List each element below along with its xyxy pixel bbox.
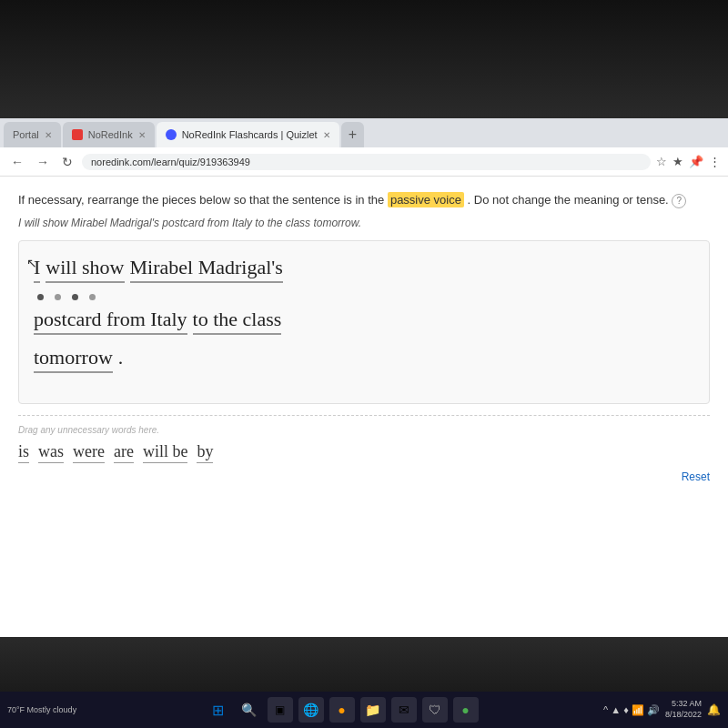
- star-icon[interactable]: ★: [672, 155, 683, 168]
- word-postcard-from-italy[interactable]: postcard from Italy: [34, 308, 187, 335]
- instruction-prefix: If necessary, rearrange the pieces below…: [18, 193, 384, 207]
- word-I[interactable]: I: [34, 256, 40, 283]
- dot-4: [89, 294, 96, 300]
- taskbar-app-defender[interactable]: 🛡: [422, 697, 448, 723]
- page-content: If necessary, rearrange the pieces below…: [0, 177, 728, 637]
- quizlet-icon: [166, 129, 177, 140]
- dots-row: [34, 294, 694, 300]
- taskbar-right: ^ ▲ ♦ 📶 🔊 5:32 AM 8/18/2022 🔔: [603, 699, 721, 720]
- windows-start-button[interactable]: ⊞: [206, 697, 231, 723]
- refresh-button[interactable]: ↻: [58, 153, 76, 171]
- date-display: 8/18/2022: [665, 710, 702, 721]
- taskbar-left: 70°F Mostly cloudy: [7, 705, 80, 715]
- time-display: 5:32 AM: [665, 699, 702, 710]
- tab-new[interactable]: +: [341, 122, 364, 147]
- instruction-text: If necessary, rearrange the pieces below…: [18, 191, 710, 209]
- taskbar-app-files[interactable]: 📁: [360, 697, 386, 723]
- browser-actions: ☆ ★ 📌 ⋮: [656, 155, 721, 168]
- system-tray-icons: ^ ▲ ♦ 📶 🔊: [603, 704, 660, 716]
- tab-portal-close[interactable]: ✕: [45, 130, 52, 140]
- drag-word-are[interactable]: are: [114, 442, 134, 463]
- tab-noredink[interactable]: NoRedInk ✕: [63, 122, 155, 147]
- tab-quizlet-label: NoRedInk Flashcards | Quizlet: [182, 129, 318, 140]
- word-will-show[interactable]: will show: [46, 256, 124, 283]
- answer-line-1: I will show Mirabel Madrigal's: [34, 256, 694, 283]
- word-to-the-class[interactable]: to the class: [193, 308, 282, 335]
- tab-portal[interactable]: Portal ✕: [4, 122, 61, 147]
- drag-words-container: is was were are will be by: [18, 442, 710, 463]
- url-input[interactable]: [82, 154, 651, 170]
- tab-portal-label: Portal: [13, 129, 39, 140]
- taskbar-app-1[interactable]: ▣: [268, 697, 293, 723]
- sentence-preview: I will show Mirabel Madrigal's postcard …: [18, 217, 710, 229]
- taskbar-app-mail[interactable]: ✉: [391, 697, 417, 723]
- word-period: .: [118, 346, 124, 371]
- dot-1: [37, 294, 44, 300]
- dot-2: [55, 294, 61, 300]
- drag-word-is[interactable]: is: [18, 442, 29, 463]
- forward-button[interactable]: →: [33, 153, 53, 171]
- browser-window: Portal ✕ NoRedInk ✕ NoRedInk Flashcards …: [0, 118, 728, 637]
- tab-noredink-label: NoRedInk: [88, 129, 133, 140]
- drag-word-will-be[interactable]: will be: [143, 442, 188, 463]
- tab-bar: Portal ✕ NoRedInk ✕ NoRedInk Flashcards …: [0, 118, 728, 147]
- taskbar-app-edge[interactable]: 🌐: [298, 697, 324, 723]
- drag-label: Drag any unnecessary words here.: [18, 425, 710, 435]
- taskbar-app-3[interactable]: ●: [329, 697, 355, 723]
- menu-icon[interactable]: ⋮: [709, 155, 721, 168]
- word-mirabel-madrigals[interactable]: Mirabel Madrigal's: [130, 256, 283, 283]
- weather-widget: 70°F Mostly cloudy: [7, 705, 76, 715]
- reset-button[interactable]: Reset: [682, 470, 710, 483]
- tab-quizlet[interactable]: NoRedInk Flashcards | Quizlet ✕: [157, 122, 339, 147]
- drag-word-was[interactable]: was: [38, 442, 64, 463]
- passive-voice-highlight: passive voice: [388, 192, 464, 207]
- dot-3: [72, 294, 78, 300]
- notification-icon[interactable]: 🔔: [707, 703, 721, 716]
- word-tomorrow[interactable]: tomorrow: [34, 346, 113, 373]
- tab-quizlet-close[interactable]: ✕: [323, 130, 330, 140]
- address-bar: ← → ↻ ☆ ★ 📌 ⋮: [0, 147, 728, 177]
- tab-noredink-close[interactable]: ✕: [138, 130, 146, 140]
- temperature: 70°F Mostly cloudy: [7, 705, 76, 715]
- back-button[interactable]: ←: [7, 153, 27, 171]
- taskbar-search-button[interactable]: 🔍: [237, 697, 262, 723]
- noredink-icon: [72, 129, 83, 140]
- taskbar: 70°F Mostly cloudy ⊞ 🔍 ▣ 🌐 ● 📁 ✉ 🛡 ● ^ ▲…: [0, 692, 728, 728]
- drag-word-were[interactable]: were: [73, 442, 105, 463]
- help-icon[interactable]: ?: [672, 194, 686, 208]
- bookmark-icon[interactable]: ☆: [656, 155, 667, 168]
- answer-area: ↖ I will show Mirabel Madrigal's postcar…: [18, 240, 710, 404]
- taskbar-app-game[interactable]: ●: [453, 697, 479, 723]
- pin-icon[interactable]: 📌: [689, 155, 703, 168]
- laptop-bezel-top: [0, 0, 728, 118]
- instruction-suffix: . Do not change the meaning or tense.: [468, 193, 669, 207]
- drag-word-by[interactable]: by: [197, 442, 213, 463]
- taskbar-center: ⊞ 🔍 ▣ 🌐 ● 📁 ✉ 🛡 ●: [84, 697, 600, 723]
- answer-line-2: postcard from Italy to the class: [34, 308, 694, 335]
- answer-line-3: tomorrow .: [34, 346, 694, 373]
- clock: 5:32 AM 8/18/2022: [665, 699, 702, 720]
- drag-area: Drag any unnecessary words here. is was …: [18, 415, 710, 463]
